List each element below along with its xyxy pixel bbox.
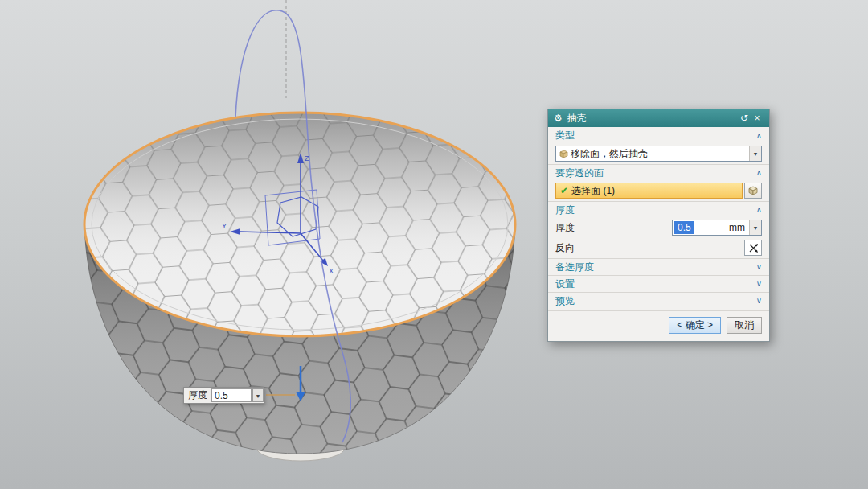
remove-face-icon — [556, 149, 571, 159]
mini-dropdown-icon[interactable]: ▼ — [252, 388, 264, 402]
cancel-button[interactable]: 取消 — [727, 317, 762, 334]
dialog-titlebar[interactable]: ⚙ 抽壳 ↺ × — [548, 109, 769, 127]
chevron-up-icon[interactable]: ∧ — [756, 206, 762, 214]
thickness-dropdown-icon[interactable]: ▼ — [749, 220, 761, 235]
thickness-input[interactable]: 0.5 mm ▼ — [672, 220, 762, 236]
x-axis-label: X — [329, 267, 334, 275]
group-label-thickness: 厚度 — [555, 203, 575, 217]
thickness-value[interactable]: 0.5 — [674, 221, 694, 234]
check-icon: ✔ — [560, 185, 568, 196]
shell-dialog: ⚙ 抽壳 ↺ × 类型 ∧ 移除面，然后抽壳 ▼ 要穿透的面 ∧ ✔ 选 — [547, 109, 770, 342]
bowl-interior — [84, 113, 515, 336]
ok-button[interactable]: < 确定 > — [669, 317, 721, 334]
group-label-alt-thickness: 备选厚度 — [555, 261, 594, 274]
shell-type-dropdown[interactable]: 移除面，然后抽壳 ▼ — [555, 146, 762, 162]
chevron-down-icon[interactable]: ∨ — [756, 280, 762, 288]
mini-thickness-input[interactable]: 0.5 — [211, 388, 252, 402]
group-label-pierce-faces: 要穿透的面 — [555, 166, 604, 180]
select-face-field[interactable]: ✔ 选择面 (1) — [555, 183, 743, 199]
group-label-settings: 设置 — [555, 277, 575, 291]
reverse-direction-label: 反向 — [555, 241, 575, 255]
dialog-title: 抽壳 — [567, 112, 738, 125]
thickness-unit: mm — [729, 222, 749, 233]
chevron-up-icon[interactable]: ∧ — [756, 132, 762, 140]
chevron-down-icon[interactable]: ∨ — [756, 263, 762, 271]
cube-icon — [747, 185, 759, 196]
gear-icon: ⚙ — [554, 113, 563, 124]
group-label-preview: 预览 — [555, 294, 575, 308]
group-header-pierce-faces[interactable]: 要穿透的面 ∧ — [548, 164, 769, 181]
dropdown-arrow-icon[interactable]: ▼ — [749, 146, 761, 161]
chevron-down-icon[interactable]: ∨ — [756, 297, 762, 305]
shell-type-value: 移除面，然后抽壳 — [571, 147, 749, 161]
reverse-direction-icon — [748, 243, 759, 253]
group-header-settings[interactable]: 设置 ∨ — [548, 275, 769, 292]
y-axis-label: Y — [222, 222, 227, 230]
group-header-alt-thickness[interactable]: 备选厚度 ∨ — [548, 258, 769, 275]
group-header-preview[interactable]: 预览 ∨ — [548, 292, 769, 309]
dialog-button-row: < 确定 > 取消 — [548, 310, 769, 341]
thickness-field-label: 厚度 — [555, 221, 575, 235]
group-header-thickness[interactable]: 厚度 ∧ — [548, 201, 769, 218]
reset-icon[interactable]: ↺ — [738, 113, 751, 124]
close-icon[interactable]: × — [751, 113, 764, 124]
face-selector-button[interactable] — [744, 183, 762, 199]
group-header-type[interactable]: 类型 ∧ — [548, 127, 769, 144]
mini-thickness-label: 厚度 — [184, 388, 211, 402]
chevron-up-icon[interactable]: ∧ — [756, 169, 762, 177]
onscreen-thickness-editor[interactable]: 厚度 0.5 ▼ — [183, 387, 264, 404]
reverse-direction-button[interactable] — [744, 240, 762, 256]
group-label-type: 类型 — [555, 129, 575, 142]
select-face-label: 选择面 (1) — [571, 184, 615, 198]
